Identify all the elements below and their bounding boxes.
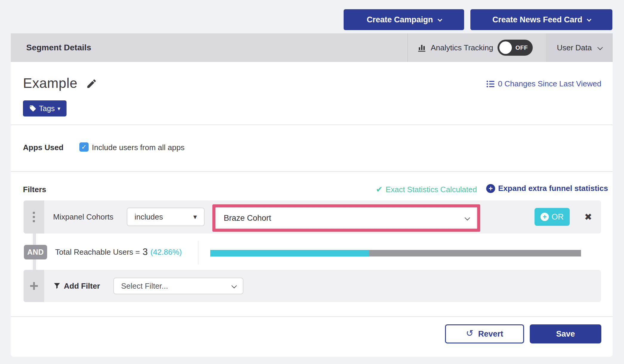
include-all-apps-label: Include users from all apps (92, 143, 185, 152)
add-filter-handle[interactable] (24, 270, 44, 302)
remove-filter-button[interactable]: ✖ (579, 200, 597, 234)
filters-title: Filters (23, 185, 46, 194)
close-icon: ✖ (584, 211, 592, 223)
chevron-down-icon (438, 17, 442, 22)
add-filter-label: Add Filter (64, 281, 100, 291)
drag-dot (33, 212, 35, 214)
filter-drag-handle[interactable] (24, 200, 44, 234)
add-or-condition-button[interactable]: + OR (535, 208, 570, 226)
exact-statistics-label: Exact Statistics Calculated (386, 185, 477, 194)
toggle-state-label: OFF (515, 40, 528, 56)
create-campaign-button[interactable]: Create Campaign (344, 9, 464, 30)
changes-link-label: 0 Changes Since Last Viewed (498, 79, 601, 88)
filter-field-label: Mixpanel Cohorts (53, 200, 113, 234)
revert-arrow-icon: ↺ (466, 329, 473, 338)
filter-row: Mixpanel Cohorts includes ▾ Braze Cohort… (24, 200, 601, 234)
create-news-feed-card-label: Create News Feed Card (492, 15, 583, 24)
section-divider (11, 171, 613, 172)
tags-button[interactable]: Tags ▾ (23, 100, 67, 116)
user-data-label: User Data (557, 43, 592, 52)
reachable-users-bar (210, 250, 581, 256)
chevron-down-icon (231, 283, 237, 288)
operator-select[interactable]: includes ▾ (127, 208, 205, 226)
tags-label: Tags (39, 104, 55, 113)
stats-divider (198, 241, 198, 265)
edit-pencil-icon[interactable] (86, 78, 97, 89)
analytics-tracking-label: Analytics Tracking (431, 43, 493, 52)
plus-glyph: + (489, 185, 493, 192)
reachable-users-percent: (42.86%) (150, 248, 182, 257)
chevron-down-icon (597, 44, 603, 50)
select-filter-dropdown[interactable]: Select Filter... (113, 278, 243, 294)
analytics-tracking-group: Analytics Tracking OFF (417, 33, 533, 62)
plus-circle-icon: + (540, 213, 549, 221)
reachable-users-stats: Total Reachable Users = 3 (42.86%) (55, 244, 182, 260)
reachable-bar-fill (210, 250, 369, 256)
and-connector-badge: AND (24, 245, 47, 259)
funnel-icon (53, 282, 61, 290)
segment-panel: Example 0 Changes Since Last Viewed Tags… (11, 62, 613, 357)
analytics-tracking-toggle[interactable]: OFF (498, 40, 533, 56)
tag-icon (29, 105, 36, 112)
triangle-down-icon: ▾ (58, 106, 61, 111)
operator-value: includes (135, 212, 163, 222)
triangle-down-icon: ▾ (193, 213, 197, 220)
revert-label: Revert (478, 329, 503, 339)
add-filter-row: Add Filter Select Filter... (24, 270, 601, 302)
section-divider (11, 125, 613, 125)
exact-statistics-status: ✔ Exact Statistics Calculated (376, 185, 477, 194)
plus-circle-icon: + (486, 184, 495, 193)
checkmark-icon: ✓ (81, 143, 87, 151)
revert-button[interactable]: ↺ Revert (445, 324, 524, 343)
include-all-apps-checkbox[interactable]: ✓ (79, 142, 89, 152)
select-filter-placeholder: Select Filter... (121, 281, 168, 291)
page-title: Segment Details (26, 33, 91, 62)
plus-icon (30, 282, 38, 290)
changes-since-last-viewed-link[interactable]: 0 Changes Since Last Viewed (486, 79, 601, 88)
highlight-outline: Braze Cohort (212, 204, 480, 232)
chevron-down-icon (587, 17, 591, 22)
header-divider (407, 33, 408, 62)
create-news-feed-card-button[interactable]: Create News Feed Card (470, 9, 612, 30)
bar-chart-icon (417, 43, 427, 52)
expand-funnel-statistics-link[interactable]: + Expand extra funnel statistics (486, 184, 608, 193)
check-icon: ✔ (376, 185, 383, 194)
apps-used-label: Apps Used (23, 143, 64, 152)
list-icon (486, 80, 495, 88)
chevron-down-icon (465, 215, 470, 220)
save-button[interactable]: Save (530, 324, 601, 343)
cohort-value: Braze Cohort (224, 214, 271, 223)
cohort-select[interactable]: Braze Cohort (215, 207, 477, 229)
plus-glyph: + (543, 214, 547, 220)
drag-dot (33, 220, 35, 222)
drag-dot (33, 216, 35, 218)
or-label: OR (552, 212, 564, 222)
create-campaign-label: Create Campaign (367, 15, 433, 24)
segment-name: Example (23, 75, 77, 91)
user-data-dropdown[interactable]: User Data (546, 33, 613, 62)
reachable-users-value: 3 (143, 247, 148, 257)
toggle-knob (499, 41, 512, 54)
expand-funnel-label: Expand extra funnel statistics (498, 184, 608, 193)
save-label: Save (556, 329, 575, 339)
add-filter-label-group: Add Filter (53, 270, 100, 302)
segment-details-header: Segment Details Analytics Tracking OFF U… (11, 33, 613, 62)
section-divider (11, 316, 613, 317)
reachable-users-label: Total Reachable Users = (55, 248, 140, 257)
